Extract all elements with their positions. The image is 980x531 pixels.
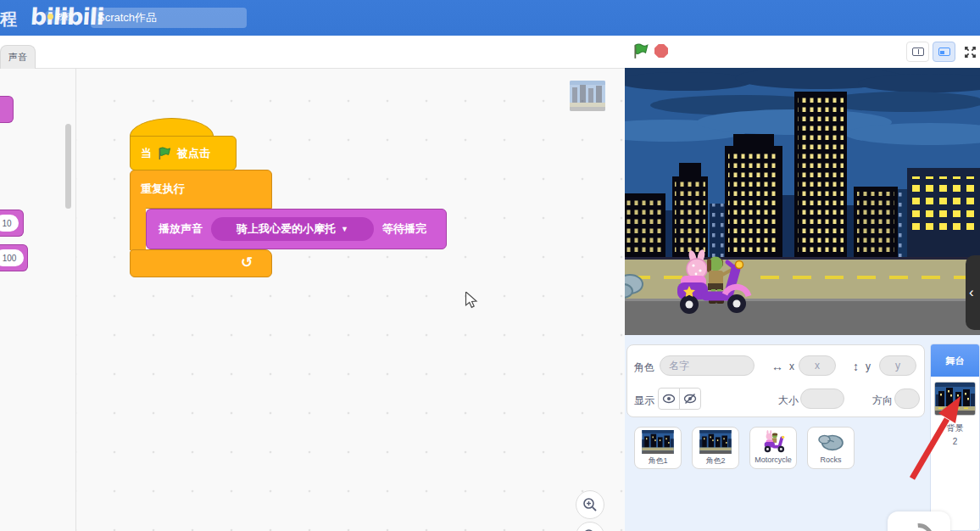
play-sound-until-done-block[interactable]: 播放声音 骑上我心爱的小摩托 ▼ 等待播完 [146, 209, 447, 249]
size-label: 大小 [778, 394, 799, 408]
hide-sprite-button[interactable] [679, 388, 701, 410]
zoom-in-button[interactable] [576, 490, 604, 519]
sprite-thumb-city [699, 430, 732, 454]
palette-block-volume[interactable]: 10 [0, 210, 24, 237]
green-flag-icon [157, 147, 172, 160]
small-stage-icon [912, 48, 924, 56]
x-label: x [789, 361, 794, 372]
sprite-thumb-rocks [816, 430, 846, 454]
sprite-watermark [570, 81, 605, 111]
eye-slash-icon [683, 394, 697, 404]
loop-arrow-icon: ↻ [241, 254, 253, 271]
forever-block-wall [130, 208, 146, 250]
stage-toolbar [625, 36, 980, 68]
stage-collapse-handle[interactable]: ‹ [966, 255, 980, 330]
palette-block-volume-set[interactable]: 100 [0, 244, 28, 271]
sprite-thumb-motorcycle [758, 430, 788, 454]
magnifier-plus-icon [582, 497, 598, 512]
forever-block[interactable]: 重复执行 [130, 170, 272, 209]
stage-panel-header: 舞台 [931, 344, 979, 377]
normal-stage-layout-button[interactable] [933, 42, 955, 62]
palette-block-fragment[interactable] [0, 96, 14, 123]
sprite-thumb-city [641, 430, 675, 454]
brand-text-fragment: 程 [0, 8, 17, 31]
y-axis-icon: ↕ [853, 360, 859, 373]
small-stage-layout-button[interactable] [906, 42, 929, 62]
sprite-name-input[interactable] [660, 355, 754, 376]
sprite-card-juese1[interactable]: 角色1 [634, 427, 682, 469]
forever-block-bottom: ↻ [130, 249, 272, 277]
palette-oval-10[interactable]: 10 [0, 215, 19, 232]
chevron-left-icon: ‹ [969, 284, 974, 301]
show-sprite-button[interactable] [658, 388, 680, 410]
sound-dropdown[interactable]: 骑上我心爱的小摩托 ▼ [211, 217, 374, 241]
green-flag-button[interactable] [632, 43, 649, 59]
top-bar: 程 bilibili 教程 [0, 0, 980, 36]
lightbulb-icon [47, 14, 53, 20]
palette-scrollbar[interactable] [65, 124, 71, 209]
tab-sounds[interactable]: 声音 [0, 45, 36, 69]
mouse-cursor [465, 292, 478, 309]
sprite-card-rocks[interactable]: Rocks [807, 427, 855, 469]
chevron-arc-icon [899, 517, 939, 531]
sprite-size-input[interactable] [800, 388, 844, 409]
sprite-info-panel: 角色 ↔ x ↕ y 显示 大小 方向 [626, 344, 925, 417]
collapsed-corner-button[interactable] [888, 511, 950, 531]
sprite-card-juese2[interactable]: 角色2 [692, 427, 739, 469]
x-axis-icon: ↔ [771, 360, 783, 373]
sprite-x-input[interactable] [799, 355, 836, 376]
tutorial-badge: 教程 [44, 10, 77, 24]
y-label: y [866, 361, 871, 372]
annotation-arrow [882, 373, 980, 509]
eye-icon [662, 394, 676, 404]
city-night-backdrop [625, 68, 980, 335]
block-palette: 10 100 [0, 68, 76, 531]
chevron-down-icon: ▼ [341, 225, 348, 233]
sprite-card-motorcycle[interactable]: Motorcycle [749, 427, 797, 469]
stop-button[interactable] [654, 44, 668, 58]
palette-oval-100[interactable]: 100 [0, 249, 24, 266]
project-title-input[interactable] [91, 8, 247, 28]
fullscreen-button[interactable] [959, 42, 980, 62]
stage-viewport[interactable] [625, 68, 980, 335]
sprite-label: 角色 [634, 361, 654, 375]
normal-stage-icon [938, 48, 950, 56]
fullscreen-icon [964, 46, 977, 59]
show-label: 显示 [634, 394, 654, 408]
when-flag-clicked-block[interactable]: 当 被点击 [130, 136, 237, 170]
